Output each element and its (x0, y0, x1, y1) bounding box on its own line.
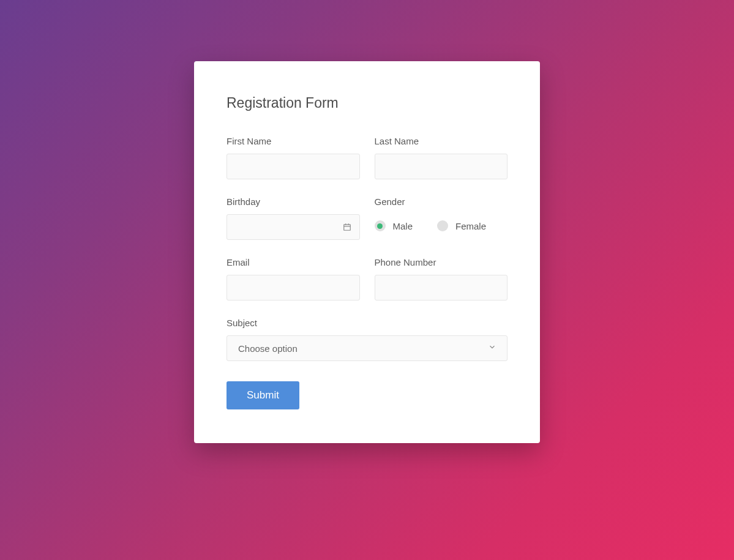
first-name-input[interactable] (227, 154, 360, 179)
subject-select-value: Choose option (238, 343, 298, 354)
first-name-label: First Name (227, 136, 360, 146)
birthday-label: Birthday (227, 196, 360, 207)
submit-button[interactable]: Submit (227, 381, 299, 409)
field-phone: Phone Number (375, 257, 508, 301)
email-input[interactable] (227, 275, 360, 301)
radio-male-circle (375, 220, 386, 231)
row-email-phone: Email Phone Number (227, 257, 507, 301)
gender-radio-group: Male Female (375, 220, 508, 231)
field-subject: Subject Choose option (227, 318, 507, 361)
gender-male-option[interactable]: Male (375, 220, 413, 231)
row-name: First Name Last Name (227, 136, 507, 179)
last-name-label: Last Name (375, 136, 508, 146)
subject-select-wrapper: Choose option (227, 335, 507, 361)
field-gender: Gender Male Female (375, 196, 508, 240)
subject-label: Subject (227, 318, 507, 328)
radio-male-label: Male (393, 221, 413, 231)
form-title: Registration Form (227, 95, 507, 111)
gender-female-option[interactable]: Female (437, 220, 486, 231)
last-name-input[interactable] (375, 154, 508, 179)
registration-form-card: Registration Form First Name Last Name B… (194, 61, 540, 443)
birthday-input-wrapper (227, 214, 360, 240)
field-first-name: First Name (227, 136, 360, 179)
phone-label: Phone Number (375, 257, 508, 267)
row-birthday-gender: Birthday Gender Male (227, 196, 507, 240)
birthday-input[interactable] (227, 214, 360, 240)
field-last-name: Last Name (375, 136, 508, 179)
phone-input[interactable] (375, 275, 508, 301)
field-email: Email (227, 257, 360, 301)
gender-label: Gender (375, 196, 508, 207)
subject-select[interactable]: Choose option (227, 335, 507, 361)
radio-female-label: Female (455, 221, 486, 231)
field-birthday: Birthday (227, 196, 360, 240)
email-label: Email (227, 257, 360, 267)
radio-female-circle (437, 220, 448, 231)
